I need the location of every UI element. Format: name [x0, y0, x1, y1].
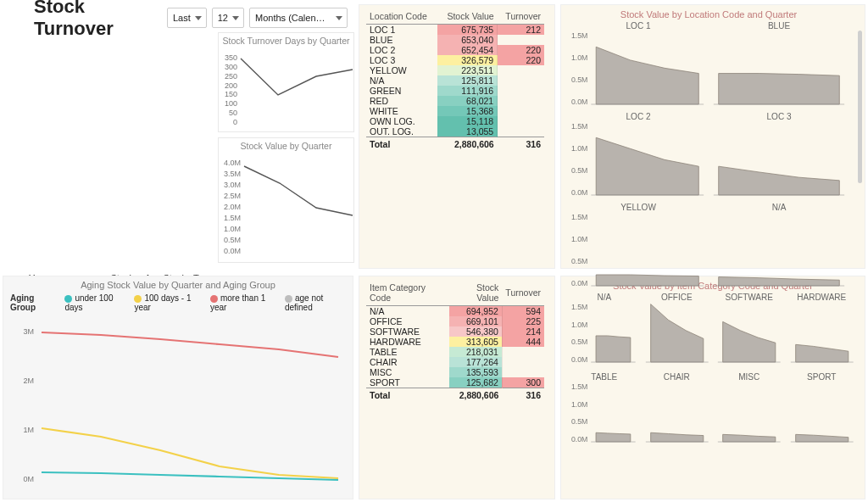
table-row: LOC 3326,579220	[366, 55, 544, 65]
svg-text:1.0M: 1.0M	[571, 321, 587, 329]
table-row: N/A694,952594	[366, 306, 544, 317]
header: Stock Turnover Last 12 Months (Calen…	[0, 0, 356, 32]
table-row: LOC 2652,454220	[366, 45, 544, 55]
table-row: WHITE15,368	[366, 106, 544, 116]
svg-text:1.0M: 1.0M	[571, 400, 587, 409]
svg-text:0.5M: 0.5M	[571, 417, 587, 426]
sm-panel: LOC 10.0M0.5M1.0M1.5M	[568, 21, 709, 109]
table-row: MISC135,593	[366, 367, 544, 377]
svg-text:0.5M: 0.5M	[571, 166, 588, 175]
category-table[interactable]: Item Category CodeStock ValueTurnoverN/A…	[366, 280, 544, 400]
category-table-card: Item Category CodeStock ValueTurnoverN/A…	[359, 276, 555, 499]
svg-text:1.5M: 1.5M	[571, 31, 588, 40]
svg-text:0.0M: 0.0M	[571, 188, 588, 197]
svg-text:2.0M: 2.0M	[224, 203, 241, 211]
svg-text:0.5M: 0.5M	[571, 337, 587, 346]
svg-text:1.0M: 1.0M	[571, 235, 588, 243]
svg-text:1.0M: 1.0M	[571, 53, 588, 62]
table-row: BLUE653,040	[366, 35, 544, 45]
svg-text:100: 100	[225, 99, 237, 108]
table-row: OWN LOG.15,118	[366, 116, 544, 126]
table-row: SOFTWARE546,380214	[366, 326, 544, 337]
svg-text:1.0M: 1.0M	[571, 144, 588, 153]
svg-text:300: 300	[225, 63, 237, 71]
table-row: LOC 1675,735212	[366, 25, 544, 36]
table-row: N/A125,811	[366, 75, 544, 86]
sm-panel: MISC	[713, 372, 786, 449]
svg-text:0.5M: 0.5M	[224, 236, 241, 244]
svg-text:0.0M: 0.0M	[571, 98, 588, 106]
scrollbar-thumb[interactable]	[858, 31, 862, 183]
svg-text:250: 250	[225, 72, 237, 81]
svg-text:1.5M: 1.5M	[571, 213, 588, 221]
turnover-days-mini-chart[interactable]: Stock Turnover Days by Quarter 350300250…	[218, 32, 354, 132]
table-row: OFFICE669,101225	[366, 316, 544, 326]
svg-text:4.0M: 4.0M	[224, 159, 241, 167]
svg-text:3.5M: 3.5M	[224, 170, 241, 178]
sm-panel: LOC 3	[709, 112, 849, 199]
location-table[interactable]: Location CodeStock ValueTurnoverLOC 1675…	[366, 8, 544, 149]
sm-panel: SOFTWARE	[713, 293, 786, 369]
svg-text:3.0M: 3.0M	[224, 181, 241, 189]
stock-value-mini-chart[interactable]: Stock Value by Quarter 4.0M3.5M3.0M2.5M2…	[218, 137, 354, 263]
svg-text:3M: 3M	[23, 327, 34, 336]
sm-panel: N/A0.0M0.5M1.0M1.5M	[568, 293, 641, 369]
table-row: SPORT125,682300	[366, 377, 544, 388]
sm-panel: BLUE	[709, 21, 849, 109]
svg-text:0.5M: 0.5M	[571, 75, 588, 84]
svg-text:350: 350	[225, 53, 237, 62]
table-row: YELLOW223,511	[366, 65, 544, 75]
table-row: RED68,021	[366, 96, 544, 106]
period-count-select[interactable]: 12	[212, 8, 244, 28]
table-row: GREEN111,916	[366, 86, 544, 96]
svg-text:150: 150	[225, 90, 237, 98]
sm-panel: TABLE0.0M0.5M1.0M1.5M	[568, 372, 641, 449]
aging-chart[interactable]: Aging Stock Value by Quarter and Aging G…	[3, 276, 353, 499]
svg-text:200: 200	[225, 81, 237, 90]
svg-text:50: 50	[229, 109, 237, 117]
location-small-multiples[interactable]: Stock Value by Location Code and Quarter…	[560, 4, 865, 269]
location-table-card: Location CodeStock ValueTurnoverLOC 1675…	[359, 4, 555, 269]
table-row: TABLE218,031	[366, 347, 544, 357]
svg-text:0.0M: 0.0M	[224, 247, 241, 255]
table-row: CHAIR177,264	[366, 357, 544, 367]
calendar-select[interactable]: Months (Calen…	[249, 8, 348, 28]
svg-text:0.0M: 0.0M	[571, 435, 587, 443]
sm-panel: YELLOW0.0M0.5M1.0M1.5M	[568, 203, 709, 290]
table-row: OUT. LOG.13,055	[366, 126, 544, 137]
svg-text:1.5M: 1.5M	[571, 303, 587, 311]
period-type-select[interactable]: Last	[167, 8, 207, 28]
svg-text:0.5M: 0.5M	[571, 257, 588, 265]
svg-text:0.0M: 0.0M	[571, 279, 588, 287]
sm-panel: OFFICE	[641, 293, 714, 369]
svg-text:1.5M: 1.5M	[571, 122, 588, 131]
table-row: HARDWARE313,605444	[366, 337, 544, 347]
svg-text:0: 0	[233, 118, 237, 126]
svg-text:1.5M: 1.5M	[224, 214, 241, 222]
category-small-multiples[interactable]: Stock Value by Item Category Code and Qu…	[560, 276, 865, 499]
sm-panel: HARDWARE	[786, 293, 859, 369]
sm-panel: SPORT	[786, 372, 859, 449]
svg-text:0.0M: 0.0M	[571, 355, 587, 364]
svg-text:2.5M: 2.5M	[224, 192, 241, 200]
svg-text:1.0M: 1.0M	[224, 225, 241, 233]
svg-text:0M: 0M	[23, 475, 34, 483]
svg-text:1M: 1M	[23, 426, 34, 434]
aging-legend: Aging Group under 100 days 100 days - 1 …	[3, 290, 353, 315]
svg-text:2M: 2M	[23, 376, 34, 385]
sm-panel: LOC 20.0M0.5M1.0M1.5M	[568, 112, 709, 199]
sm-panel: N/A	[709, 203, 849, 290]
sm-panel: CHAIR	[641, 372, 714, 449]
svg-text:1.5M: 1.5M	[571, 382, 587, 391]
